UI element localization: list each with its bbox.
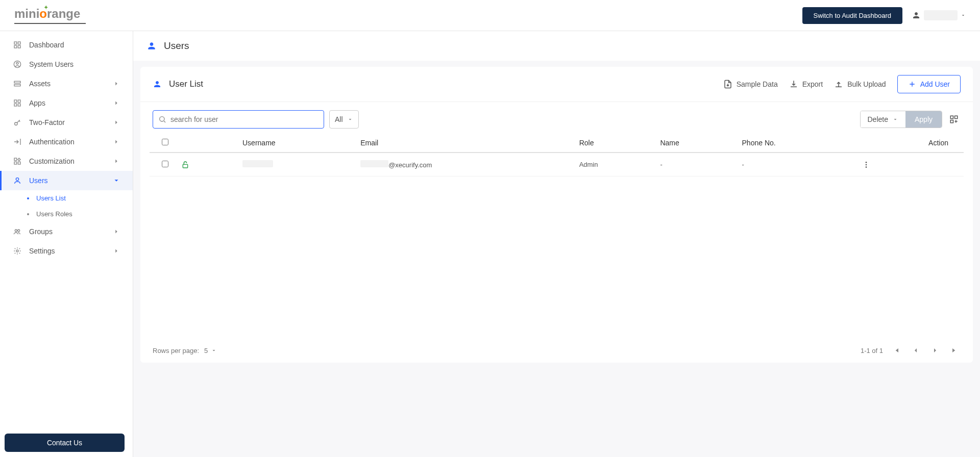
svg-rect-15 [14,162,17,164]
contact-us-button[interactable]: Contact Us [5,434,125,452]
caret-down-icon [211,347,217,353]
sidebar-item-users[interactable]: Users [0,171,133,190]
sidebar-item-two-factor[interactable]: Two-Factor [0,113,133,132]
page-range: 1-1 of 1 [861,347,883,354]
filter-dropdown[interactable]: All [329,110,359,129]
people-icon [13,227,22,236]
user-menu[interactable] [912,10,966,20]
col-phone: Phone No. [736,134,856,153]
svg-point-16 [16,178,18,181]
chevron-right-icon [113,80,120,87]
sidebar-item-settings[interactable]: Settings [0,241,133,261]
row-menu-button[interactable] [862,161,948,169]
first-page-icon [892,346,900,354]
chevron-right-icon [113,119,120,126]
next-page-button[interactable] [929,344,941,357]
user-name [924,10,958,20]
table-footer: Rows per page: 5 1-1 of 1 [140,338,973,363]
chevron-right-icon [113,247,120,255]
apply-button[interactable]: Apply [905,111,942,128]
caret-down-icon [892,116,898,122]
prev-page-button[interactable] [910,344,922,357]
sidebar-item-assets[interactable]: Assets [0,74,133,93]
svg-rect-2 [14,45,17,48]
apply-label: Apply [915,115,933,123]
chevron-left-icon [912,346,920,354]
card-header: User List Sample Data Export Bulk Upload [140,67,973,102]
cell-email: @xecurify.com [354,153,573,176]
rpp-select[interactable]: 5 [204,347,217,354]
sidebar-item-apps[interactable]: Apps [0,93,133,113]
rpp-label: Rows per page: [153,347,199,354]
svg-point-25 [865,162,867,163]
svg-rect-9 [18,100,20,103]
action-label: Bulk Upload [847,80,886,88]
svg-rect-7 [14,84,20,86]
card-title: User List [169,79,203,89]
add-user-button[interactable]: Add User [897,75,961,93]
sidebar-sub-label: Users List [36,194,66,202]
page-header: Users [133,31,980,61]
sidebar-item-groups[interactable]: Groups [0,222,133,241]
sidebar-item-customization[interactable]: Customization [0,151,133,171]
sidebar-item-system-users[interactable]: System Users [0,55,133,74]
svg-point-12 [15,122,17,125]
filter-label: All [335,115,343,123]
svg-rect-24 [183,164,187,168]
sidebar-item-label: Groups [29,227,53,236]
switch-audit-button[interactable]: Switch to Audit Dashboard [802,7,902,24]
grid-icon [13,98,22,108]
plus-icon [908,80,916,88]
search-input[interactable] [170,115,318,123]
bulk-upload-button[interactable]: Bulk Upload [834,80,886,89]
sidebar-item-dashboard[interactable]: Dashboard [0,35,133,55]
sidebar-sub-users-roles[interactable]: Users Roles [14,206,133,222]
person-icon [153,80,162,89]
widgets-icon [13,157,22,166]
action-label: Export [802,80,823,88]
select-all-checkbox[interactable] [162,139,168,145]
user-list-card: User List Sample Data Export Bulk Upload [140,67,973,363]
delete-dropdown[interactable]: Delete [861,111,905,128]
svg-point-27 [865,166,867,168]
sidebar-item-authentication[interactable]: Authentication [0,132,133,151]
col-role: Role [573,134,654,153]
action-label: Sample Data [737,80,778,88]
table-row: @xecurify.com Admin - - [150,153,964,176]
svg-rect-22 [955,116,958,118]
grid-add-icon [949,115,959,124]
svg-rect-1 [18,42,20,44]
column-layout-button[interactable] [947,113,961,126]
sidebar: Dashboard System Users Assets Apps Two-F… [0,31,133,457]
download-icon [789,80,798,89]
svg-rect-3 [18,45,20,48]
sidebar-item-label: Users [29,176,48,185]
export-button[interactable]: Export [789,80,823,89]
col-name: Name [654,134,736,153]
caret-down-icon [347,116,353,122]
sample-data-button[interactable]: Sample Data [723,80,778,89]
top-header: minio✦range Switch to Audit Dashboard [0,0,980,31]
svg-rect-23 [950,120,953,123]
person-icon [146,41,157,51]
chevron-right-icon [113,158,120,165]
chevron-right-icon [113,138,120,145]
delete-label: Delete [868,115,888,123]
unlock-icon [181,161,230,169]
logo-text: minio✦range [14,7,80,20]
svg-rect-21 [950,116,953,118]
svg-rect-10 [14,104,17,106]
first-page-button[interactable] [890,344,902,357]
svg-rect-11 [18,104,20,106]
last-page-button[interactable] [948,344,961,357]
logo: minio✦range [14,7,86,24]
more-vert-icon [862,161,870,169]
person-icon [912,11,921,20]
chevron-right-icon [931,346,939,354]
cell-phone: - [736,153,856,176]
svg-rect-0 [14,42,17,44]
col-username: Username [236,134,354,153]
row-checkbox[interactable] [162,161,168,167]
sidebar-item-label: Apps [29,99,45,107]
sidebar-sub-users-list[interactable]: Users List [14,190,133,206]
